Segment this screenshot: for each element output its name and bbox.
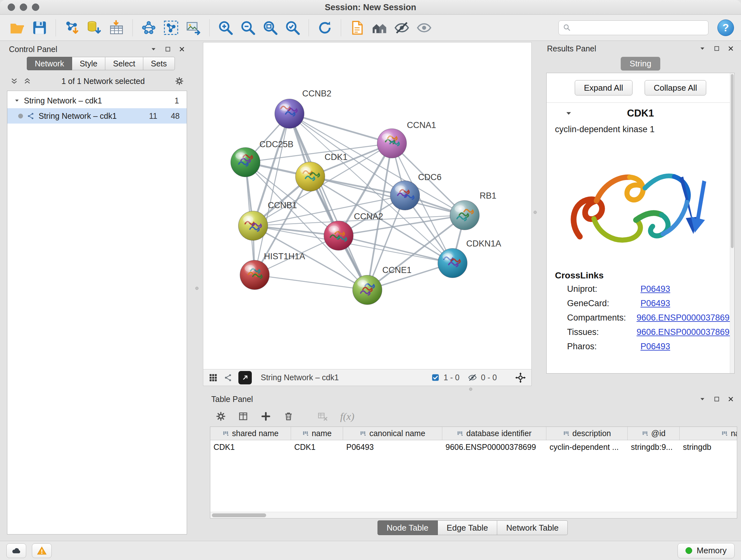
- scrollbar-thumb[interactable]: [212, 513, 266, 517]
- close-panel-icon[interactable]: [179, 46, 185, 52]
- zoom-selected-region-button[interactable]: [282, 17, 303, 38]
- right-splitter-grip[interactable]: [534, 211, 537, 214]
- column-header-description[interactable]: description: [546, 427, 628, 440]
- crosslink-uniprot-link[interactable]: P06493: [641, 284, 670, 294]
- table-cell: 9606.ENSP00000378699: [442, 440, 546, 454]
- network-node-CCNB2[interactable]: CCNB2: [275, 89, 332, 128]
- delete-column-icon[interactable]: [283, 411, 293, 422]
- table-row[interactable]: CDK1CDK1P064939606.ENSP00000378699cyclin…: [210, 440, 737, 454]
- tab-network-table[interactable]: Network Table: [497, 520, 568, 535]
- annotation-mode-button[interactable]: [239, 371, 252, 384]
- table-horizontal-scrollbar[interactable]: [210, 512, 737, 518]
- gene-section-header[interactable]: CDK1: [547, 103, 734, 124]
- birdseye-grid-icon[interactable]: [208, 373, 218, 382]
- network-edge[interactable]: [289, 114, 392, 143]
- network-edge[interactable]: [255, 275, 367, 290]
- panel-menu-icon[interactable]: [150, 46, 157, 53]
- help-button[interactable]: ?: [718, 19, 734, 36]
- selected-items-icon[interactable]: [431, 373, 440, 382]
- zoom-in-button[interactable]: [215, 17, 236, 38]
- import-network-from-file-button[interactable]: [62, 17, 82, 38]
- arrow-ne-icon: [241, 374, 249, 381]
- export-network-image-button[interactable]: [183, 17, 204, 38]
- float-panel-icon[interactable]: [165, 46, 171, 52]
- network-canvas[interactable]: CCNB2CCNA1CDC25BCDK1CDC6RB1CCNB1CCNA2CDK…: [203, 43, 531, 369]
- crosslink-row: Pharos:P06493: [547, 339, 734, 354]
- float-panel-icon[interactable]: [714, 45, 720, 52]
- tab-style[interactable]: Style: [72, 57, 106, 70]
- network-graph[interactable]: CCNB2CCNA1CDC25BCDK1CDC6RB1CCNB1CCNA2CDK…: [203, 43, 531, 369]
- tab-network[interactable]: Network: [27, 57, 72, 70]
- apply-layout-button[interactable]: [315, 17, 335, 38]
- collapse-all-networks-icon[interactable]: [10, 77, 18, 85]
- network-node-CCNA1[interactable]: CCNA1: [377, 120, 436, 158]
- network-overview-icon[interactable]: [224, 373, 232, 382]
- network-node-CDKN1A[interactable]: CDKN1A: [438, 239, 501, 278]
- collection-expander-icon[interactable]: [14, 98, 20, 104]
- column-header-shared-name[interactable]: shared name: [210, 427, 291, 440]
- show-columns-icon[interactable]: [238, 411, 248, 422]
- crosslink-genecard-link[interactable]: P06493: [641, 299, 670, 308]
- left-splitter-grip[interactable]: [195, 287, 199, 290]
- zoom-in-icon: [218, 20, 233, 36]
- panel-menu-icon[interactable]: [699, 45, 706, 52]
- function-builder-button[interactable]: f(x): [340, 411, 354, 422]
- column-header--id[interactable]: @id: [628, 427, 680, 440]
- expand-all-networks-icon[interactable]: [23, 77, 31, 85]
- crosslink-compartments-link[interactable]: 9606.ENSP00000378699: [636, 313, 734, 323]
- close-panel-icon[interactable]: [728, 396, 734, 402]
- network-from-selection-button[interactable]: [161, 17, 181, 38]
- bottom-splitter-grip[interactable]: [469, 388, 472, 391]
- string-show-images-button[interactable]: [414, 17, 434, 38]
- panel-menu-icon[interactable]: [699, 395, 706, 402]
- collapse-gene-section-icon[interactable]: [564, 109, 573, 118]
- current-network-row[interactable]: String Network – cdk1 11 48: [7, 108, 187, 124]
- search-input[interactable]: [575, 23, 704, 32]
- expand-all-button[interactable]: Expand All: [575, 80, 632, 96]
- column-header-namespace[interactable]: namespace: [680, 427, 737, 440]
- pan-mode-icon[interactable]: [515, 372, 526, 383]
- network-view-panel: CCNB2CCNA1CDC25BCDK1CDC6RB1CCNB1CCNA2CDK…: [203, 42, 532, 386]
- warnings-button[interactable]: [32, 543, 52, 558]
- string-hide-images-button[interactable]: [392, 17, 412, 38]
- network-node-RB1[interactable]: RB1: [450, 191, 496, 230]
- import-table-from-file-icon: [109, 20, 125, 36]
- column-header-canonical-name[interactable]: canonical name: [343, 427, 442, 440]
- results-scrollbar[interactable]: [730, 73, 734, 373]
- tab-sets[interactable]: Sets: [143, 57, 175, 70]
- column-header-name[interactable]: name: [291, 427, 343, 440]
- tab-node-table[interactable]: Node Table: [378, 520, 438, 535]
- results-scrollbar-thumb[interactable]: [731, 74, 734, 248]
- crosslink-tissues-link[interactable]: 9606.ENSP00000378699: [636, 327, 734, 337]
- column-header-database-identifier[interactable]: database identifier: [442, 427, 546, 440]
- crosslink-pharos-link[interactable]: P06493: [641, 341, 670, 352]
- cloud-status-button[interactable]: [6, 543, 26, 558]
- open-session-button[interactable]: [7, 17, 27, 38]
- import-table-from-file-button[interactable]: [106, 17, 127, 38]
- tab-select[interactable]: Select: [105, 57, 143, 70]
- zoom-out-button[interactable]: [238, 17, 258, 38]
- network-edge[interactable]: [289, 114, 367, 290]
- network-edge[interactable]: [255, 114, 289, 275]
- collapse-all-button[interactable]: Collapse All: [645, 80, 706, 96]
- memory-button[interactable]: Memory: [677, 543, 735, 558]
- string-document-button[interactable]: [347, 17, 367, 38]
- table-options-gear-icon[interactable]: [216, 411, 226, 422]
- create-column-icon[interactable]: [260, 411, 271, 422]
- close-panel-icon[interactable]: [728, 45, 734, 52]
- hidden-items-eye-icon[interactable]: [468, 373, 477, 382]
- string-home-button[interactable]: [369, 17, 390, 38]
- network-node-HIST1H1A[interactable]: HIST1H1A: [240, 252, 305, 290]
- save-session-button[interactable]: [29, 17, 50, 38]
- float-panel-icon[interactable]: [714, 396, 720, 402]
- import-network-from-database-button[interactable]: [84, 17, 105, 38]
- tab-edge-table[interactable]: Edge Table: [438, 520, 497, 535]
- string-tab-badge[interactable]: String: [621, 57, 660, 71]
- table-cell: stringdb: [680, 440, 737, 454]
- network-options-gear-icon[interactable]: [175, 77, 184, 85]
- import-network-from-file-icon: [64, 20, 80, 36]
- new-network-button[interactable]: [138, 17, 159, 38]
- search-box[interactable]: [558, 20, 709, 35]
- network-collection-row[interactable]: String Network – cdk1 1: [7, 93, 187, 108]
- zoom-fit-content-button[interactable]: [260, 17, 280, 38]
